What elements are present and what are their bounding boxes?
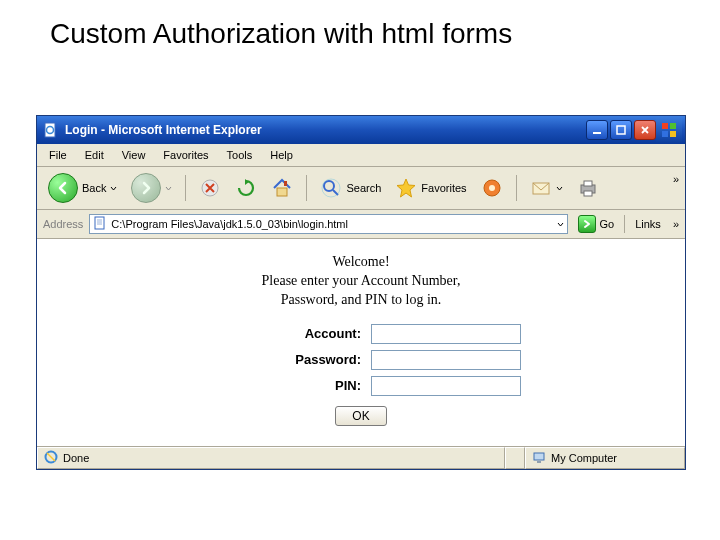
toolbar: Back Search Favorites xyxy=(37,167,685,210)
svg-rect-19 xyxy=(95,217,104,229)
print-button[interactable] xyxy=(572,174,604,202)
svg-rect-17 xyxy=(584,181,592,186)
password-input[interactable] xyxy=(371,350,521,370)
chevron-down-icon xyxy=(110,185,117,192)
maximize-button[interactable] xyxy=(610,120,632,140)
windows-flag-icon xyxy=(656,116,682,144)
address-label: Address xyxy=(43,218,83,230)
menu-edit[interactable]: Edit xyxy=(77,147,112,163)
refresh-icon xyxy=(235,177,257,199)
status-empty-cell xyxy=(505,447,525,469)
svg-rect-10 xyxy=(284,181,287,186)
address-input-box[interactable]: C:\Program Files\Java\jdk1.5.0_03\bin\lo… xyxy=(89,214,567,234)
titlebar: Login - Microsoft Internet Explorer xyxy=(37,116,685,144)
svg-point-11 xyxy=(324,181,334,191)
svg-rect-5 xyxy=(670,123,676,129)
links-overflow[interactable]: » xyxy=(673,218,679,230)
chevron-down-icon[interactable] xyxy=(557,221,564,228)
pin-label: PIN: xyxy=(201,378,361,393)
stop-icon xyxy=(199,177,221,199)
home-button[interactable] xyxy=(266,174,298,202)
go-button[interactable]: Go xyxy=(574,213,619,235)
media-button[interactable] xyxy=(476,174,508,202)
mail-button[interactable] xyxy=(525,174,568,202)
status-zone-cell: My Computer xyxy=(525,447,685,469)
search-icon xyxy=(320,177,342,199)
menu-file[interactable]: File xyxy=(41,147,75,163)
menu-help[interactable]: Help xyxy=(262,147,301,163)
search-button[interactable]: Search xyxy=(315,174,386,202)
status-done-cell: Done xyxy=(37,447,505,469)
address-text: C:\Program Files\Java\jdk1.5.0_03\bin\lo… xyxy=(111,218,552,230)
go-label: Go xyxy=(600,218,615,230)
svg-rect-4 xyxy=(662,123,668,129)
toolbar-separator xyxy=(516,175,517,201)
toolbar-separator xyxy=(306,175,307,201)
svg-rect-21 xyxy=(534,453,544,460)
svg-rect-2 xyxy=(593,132,601,134)
ie-window: Login - Microsoft Internet Explorer File… xyxy=(36,115,686,470)
menu-view[interactable]: View xyxy=(114,147,154,163)
computer-icon xyxy=(532,450,546,466)
toolbar-separator xyxy=(185,175,186,201)
go-arrow-icon xyxy=(578,215,596,233)
svg-point-14 xyxy=(489,185,495,191)
welcome-line2: Please enter your Account Number, xyxy=(37,272,685,291)
page-icon xyxy=(93,216,107,232)
refresh-button[interactable] xyxy=(230,174,262,202)
svg-rect-9 xyxy=(277,188,287,196)
status-zone-text: My Computer xyxy=(551,452,617,464)
slide-title: Custom Authorization with html forms xyxy=(50,18,720,50)
ie-small-icon xyxy=(44,450,58,466)
back-button[interactable]: Back xyxy=(43,170,122,206)
toolbar-overflow[interactable]: » xyxy=(673,173,679,185)
home-icon xyxy=(271,177,293,199)
search-label: Search xyxy=(346,182,381,194)
menu-tools[interactable]: Tools xyxy=(219,147,261,163)
chevron-down-icon xyxy=(165,185,172,192)
svg-rect-22 xyxy=(537,461,541,463)
favorites-label: Favorites xyxy=(421,182,466,194)
ok-button[interactable]: OK xyxy=(335,406,386,426)
addressbar-separator xyxy=(624,215,625,233)
menubar: File Edit View Favorites Tools Help xyxy=(37,144,685,167)
links-label[interactable]: Links xyxy=(635,218,661,230)
back-arrow-icon xyxy=(48,173,78,203)
account-label: Account: xyxy=(201,326,361,341)
welcome-line1: Welcome! xyxy=(37,253,685,272)
window-title: Login - Microsoft Internet Explorer xyxy=(65,123,586,137)
star-icon xyxy=(395,177,417,199)
svg-rect-6 xyxy=(662,131,668,137)
page-content: Welcome! Please enter your Account Numbe… xyxy=(37,239,685,447)
media-icon xyxy=(481,177,503,199)
pin-input[interactable] xyxy=(371,376,521,396)
account-input[interactable] xyxy=(371,324,521,344)
favorites-button[interactable]: Favorites xyxy=(390,174,471,202)
addressbar: Address C:\Program Files\Java\jdk1.5.0_0… xyxy=(37,210,685,239)
ie-page-icon xyxy=(43,122,59,138)
welcome-text: Welcome! Please enter your Account Numbe… xyxy=(37,253,685,310)
mail-icon xyxy=(530,177,552,199)
back-label: Back xyxy=(82,182,106,194)
stop-button[interactable] xyxy=(194,174,226,202)
forward-button[interactable] xyxy=(126,170,177,206)
forward-arrow-icon xyxy=(131,173,161,203)
statusbar: Done My Computer xyxy=(37,447,685,469)
menu-favorites[interactable]: Favorites xyxy=(155,147,216,163)
chevron-down-icon xyxy=(556,185,563,192)
status-done-text: Done xyxy=(63,452,89,464)
svg-rect-7 xyxy=(670,131,676,137)
welcome-line3: Password, and PIN to log in. xyxy=(37,291,685,310)
password-label: Password: xyxy=(201,352,361,367)
svg-rect-3 xyxy=(617,126,625,134)
svg-rect-18 xyxy=(584,191,592,196)
print-icon xyxy=(577,177,599,199)
minimize-button[interactable] xyxy=(586,120,608,140)
close-button[interactable] xyxy=(634,120,656,140)
